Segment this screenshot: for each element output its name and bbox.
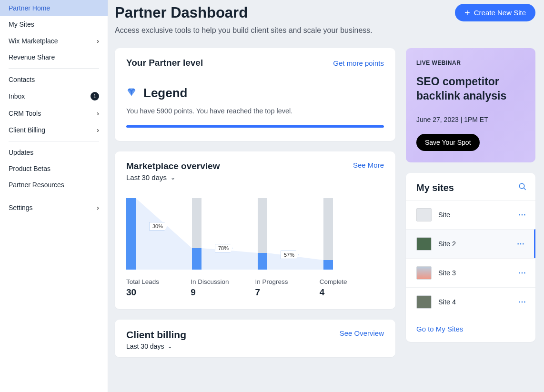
funnel-stats: Total Leads 30 In Discussion 9 In Progre… xyxy=(126,278,384,298)
site-row[interactable]: Site 2 ⋯ xyxy=(406,229,535,258)
sidebar-item-label: Contacts xyxy=(9,76,35,83)
svg-line-1 xyxy=(524,188,526,191)
site-row[interactable]: Site ⋯ xyxy=(406,200,535,229)
webinar-card: LIVE WEBINAR SEO competitor backlink ana… xyxy=(406,48,535,162)
divider xyxy=(9,141,99,141)
stat-in-discussion: In Discussion 9 xyxy=(191,278,255,298)
client-billing-card: Client billing Last 30 days ⌄ See Overvi… xyxy=(115,320,395,357)
sidebar-item-label: Partner Home xyxy=(9,4,50,12)
period-selector[interactable]: Last 30 days ⌄ xyxy=(126,342,186,350)
sidebar-item-label: Partner Resources xyxy=(9,181,64,189)
sidebar-item-label: Revenue Share xyxy=(9,53,55,61)
funnel-bar-in-discussion xyxy=(192,198,201,270)
stat-complete: Complete 4 xyxy=(320,278,384,298)
more-options-icon[interactable]: ⋯ xyxy=(518,268,527,277)
period-label: Last 30 days xyxy=(126,173,167,181)
main: Partner Dashboard + Create New Site Acce… xyxy=(108,0,544,392)
sidebar-item-label: Client Billing xyxy=(9,126,45,134)
svg-point-0 xyxy=(519,184,524,189)
get-more-points-link[interactable]: Get more points xyxy=(333,59,384,67)
stat-value: 7 xyxy=(255,287,320,298)
stat-in-progress: In Progress 7 xyxy=(255,278,320,298)
site-name: Site xyxy=(438,211,450,219)
webinar-eyebrow: LIVE WEBINAR xyxy=(416,60,525,66)
page-title: Partner Dashboard xyxy=(115,4,248,21)
sidebar-item-label: Product Betas xyxy=(9,165,50,172)
sidebar-item-partner-home[interactable]: Partner Home xyxy=(0,0,108,16)
button-label: Create New Site xyxy=(474,9,526,17)
partner-level-card: Your Partner level Get more points Legen… xyxy=(115,48,395,141)
chevron-down-icon: ⌄ xyxy=(171,174,175,181)
sidebar-item-updates[interactable]: Updates xyxy=(0,144,108,161)
stat-label: Total Leads xyxy=(126,278,191,285)
see-more-link[interactable]: See More xyxy=(353,161,384,169)
card-title: My sites xyxy=(416,182,454,193)
funnel-pct-label: 78% xyxy=(215,244,233,252)
sidebar-item-revenue-share[interactable]: Revenue Share xyxy=(0,49,108,65)
card-title: Your Partner level xyxy=(126,58,203,68)
page-subtitle: Access exclusive tools to help you build… xyxy=(115,26,535,35)
funnel-pct-label: 30% xyxy=(149,222,167,231)
site-row[interactable]: Site 4 ⋯ xyxy=(406,287,535,316)
funnel-connector xyxy=(136,198,192,270)
more-options-icon[interactable]: ⋯ xyxy=(517,239,525,248)
funnel-chart: 30% 78% 57% xyxy=(126,196,384,270)
sidebar-item-wix-marketplace[interactable]: Wix Marketplace› xyxy=(0,32,108,49)
sidebar-item-inbox[interactable]: Inbox1 xyxy=(0,88,108,105)
save-your-spot-button[interactable]: Save Your Spot xyxy=(416,134,480,151)
stat-value: 30 xyxy=(126,287,191,298)
stat-label: Complete xyxy=(320,278,384,285)
sidebar-item-label: My Sites xyxy=(9,20,34,28)
chevron-right-icon: › xyxy=(97,109,99,117)
site-row[interactable]: Site 3 ⋯ xyxy=(406,258,535,287)
stat-total-leads: Total Leads 30 xyxy=(126,278,191,298)
funnel-bar-in-progress xyxy=(258,198,267,270)
more-options-icon[interactable]: ⋯ xyxy=(518,297,527,306)
chevron-right-icon: › xyxy=(97,126,99,134)
sidebar-item-contacts[interactable]: Contacts xyxy=(0,71,108,88)
sidebar-item-settings[interactable]: Settings› xyxy=(0,199,108,216)
funnel-bar-total-leads xyxy=(126,198,136,270)
chevron-down-icon: ⌄ xyxy=(168,343,172,350)
site-thumbnail xyxy=(416,208,432,221)
chevron-right-icon: › xyxy=(97,37,99,45)
inbox-badge: 1 xyxy=(91,92,99,101)
period-label: Last 30 days xyxy=(126,342,164,350)
stat-value: 4 xyxy=(320,287,384,298)
sidebar-item-client-billing[interactable]: Client Billing› xyxy=(0,121,108,138)
card-title: Marketplace overview xyxy=(126,161,220,171)
period-selector[interactable]: Last 30 days ⌄ xyxy=(126,173,220,181)
create-new-site-button[interactable]: + Create New Site xyxy=(455,4,535,21)
sidebar-item-product-betas[interactable]: Product Betas xyxy=(0,161,108,177)
sidebar: Partner Home My Sites Wix Marketplace› R… xyxy=(0,0,108,392)
sidebar-item-label: Updates xyxy=(9,149,33,156)
more-options-icon[interactable]: ⋯ xyxy=(518,210,527,219)
webinar-title: SEO competitor backlink analysis xyxy=(416,75,525,103)
level-name: Legend xyxy=(143,86,187,101)
page-header: Partner Dashboard + Create New Site xyxy=(115,0,535,23)
level-message: You have 5900 points. You have reached t… xyxy=(126,107,384,115)
sidebar-item-label: CRM Tools xyxy=(9,110,41,117)
sidebar-item-label: Inbox xyxy=(9,92,25,100)
marketplace-overview-card: Marketplace overview Last 30 days ⌄ See … xyxy=(115,151,395,309)
sidebar-item-crm-tools[interactable]: CRM Tools› xyxy=(0,105,108,121)
site-thumbnail xyxy=(416,266,432,280)
card-title: Client billing xyxy=(126,329,186,341)
funnel-pct-label: 57% xyxy=(281,251,299,259)
search-icon[interactable] xyxy=(518,182,527,193)
site-name: Site 3 xyxy=(438,269,456,277)
chevron-right-icon: › xyxy=(97,203,99,211)
see-overview-link[interactable]: See Overview xyxy=(340,329,384,337)
stat-label: In Discussion xyxy=(191,278,255,285)
my-sites-card: My sites Site ⋯ Site 2 ⋯ Site 3 ⋯ xyxy=(406,173,535,342)
sidebar-item-label: Settings xyxy=(9,204,33,211)
stat-label: In Progress xyxy=(255,278,320,285)
level-progress-bar xyxy=(126,125,384,128)
sidebar-item-my-sites[interactable]: My Sites xyxy=(0,16,108,32)
site-name: Site 4 xyxy=(438,298,456,306)
go-to-my-sites-link[interactable]: Go to My Sites xyxy=(416,325,463,333)
webinar-date: June 27, 2023 | 1PM ET xyxy=(416,116,525,123)
diamond-icon xyxy=(126,87,137,100)
sidebar-item-partner-resources[interactable]: Partner Resources xyxy=(0,177,108,193)
divider xyxy=(9,196,99,196)
